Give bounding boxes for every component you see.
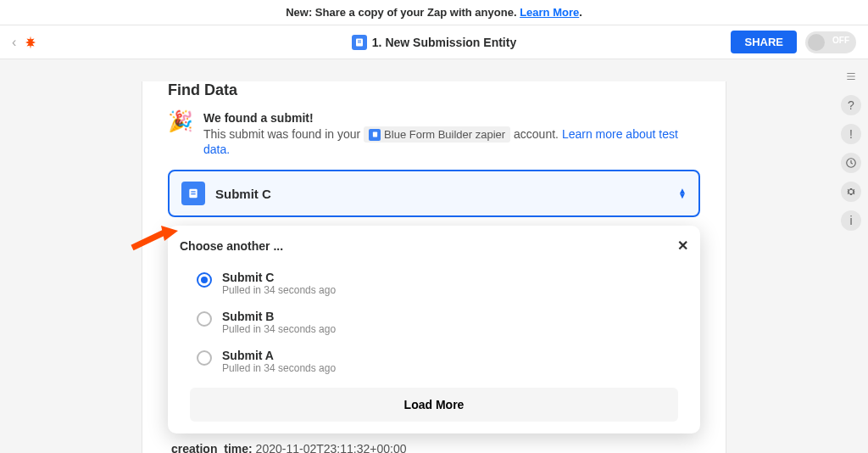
dropdown-heading: Choose another ... — [180, 239, 283, 253]
svg-rect-7 — [191, 193, 195, 194]
sort-arrows-icon: ▲▼ — [678, 188, 687, 199]
svg-rect-4 — [372, 132, 376, 137]
sample-select-label: Submit C — [215, 187, 271, 201]
sample-option[interactable]: Submit A Pulled in 34 seconds ago — [180, 342, 688, 381]
promo-text: New: Share a copy of your Zap with anyon… — [286, 6, 520, 19]
section-heading: Find Data — [168, 81, 700, 99]
radio-icon — [197, 350, 212, 366]
rail-help-icon[interactable]: ? — [841, 95, 861, 115]
promo-period: . — [579, 6, 582, 19]
toggle-knob — [808, 34, 825, 51]
trigger-app-icon — [352, 35, 367, 50]
sample-option[interactable]: Submit B Pulled in 34 seconds ago — [180, 303, 688, 342]
side-rail: ? ! i — [834, 59, 868, 453]
step-title: 1. New Submission Entity — [372, 36, 516, 49]
sample-select[interactable]: Submit C ▲▼ — [168, 170, 700, 217]
account-chip: Blue Form Builder zapier — [364, 126, 510, 143]
svg-rect-1 — [358, 40, 361, 41]
option-label: Submit B — [222, 310, 336, 323]
svg-rect-2 — [358, 42, 361, 42]
rail-settings-icon[interactable] — [841, 182, 861, 202]
sample-dropdown: Choose another ... ✕ Submit C Pulled in … — [168, 226, 700, 433]
party-icon: 🎉 — [168, 111, 193, 156]
zapier-logo-icon — [23, 35, 38, 50]
editor-header: ‹ 1. New Submission Entity SHARE OFF — [0, 25, 868, 59]
promo-link[interactable]: Learn More — [520, 6, 579, 19]
found-title: We found a submit! — [203, 111, 700, 125]
rail-lines-icon[interactable] — [841, 66, 861, 87]
share-button[interactable]: SHARE — [731, 31, 797, 53]
trigger-card: Find Data 🎉 We found a submit! This subm… — [142, 81, 726, 453]
option-sub: Pulled in 34 seconds ago — [222, 362, 336, 374]
radio-icon — [197, 272, 212, 288]
sample-option[interactable]: Submit C Pulled in 34 seconds ago — [180, 264, 688, 303]
sample-app-icon — [181, 182, 205, 205]
rail-history-icon[interactable] — [841, 153, 861, 173]
promo-banner: New: Share a copy of your Zap with anyon… — [0, 0, 868, 25]
option-sub: Pulled in 34 seconds ago — [222, 323, 336, 335]
svg-rect-6 — [191, 191, 195, 192]
option-sub: Pulled in 34 seconds ago — [222, 284, 336, 296]
rail-alert-icon[interactable]: ! — [841, 124, 861, 144]
found-data-row: 🎉 We found a submit! This submit was fou… — [168, 111, 700, 156]
svg-rect-0 — [356, 38, 363, 46]
toggle-off-label: OFF — [832, 36, 849, 45]
sample-preview: creation_time: 2020-11-02T23:11:32+00:00… — [168, 442, 700, 453]
back-chevron-icon[interactable]: ‹ — [12, 35, 16, 50]
load-more-button[interactable]: Load More — [190, 388, 678, 422]
found-subtext: This submit was found in your Blue Form … — [203, 127, 678, 156]
chip-app-icon — [369, 129, 381, 141]
radio-icon — [197, 311, 212, 327]
rail-info-icon[interactable]: i — [841, 210, 861, 231]
option-label: Submit C — [222, 271, 336, 284]
close-icon[interactable]: ✕ — [677, 238, 688, 254]
zap-enable-toggle[interactable]: OFF — [805, 31, 856, 53]
option-label: Submit A — [222, 349, 336, 362]
